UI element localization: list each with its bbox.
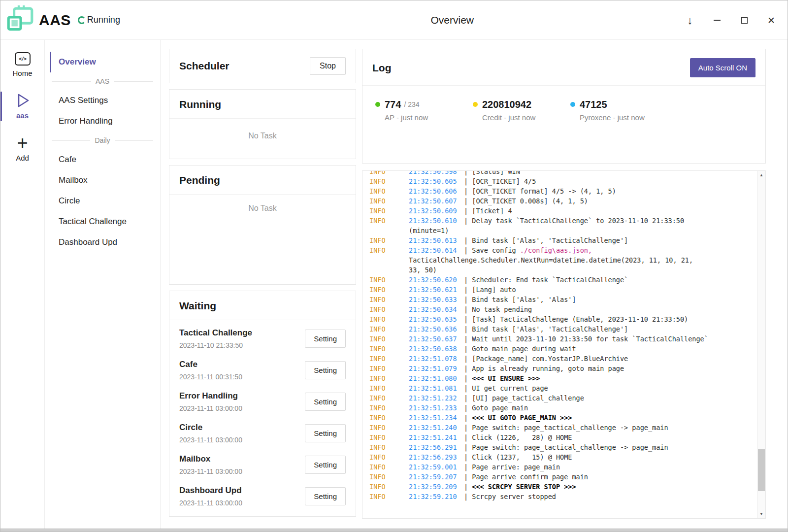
log-line: INFO21:32:50.634| No task pending [369, 304, 755, 314]
task-info: Tactical Challenge2023-11-10 21:33:50 [179, 328, 252, 349]
scheduler-stop-button[interactable]: Stop [310, 57, 346, 75]
auto-scroll-toggle[interactable]: Auto Scroll ON [690, 58, 755, 77]
window-bottom-edge [0, 529, 788, 532]
task-name: Mailbox [179, 454, 242, 464]
task-name: Cafe [179, 359, 242, 369]
log-message: | [OCR_TICKET] 4/5 [464, 176, 536, 186]
log-time: 21:32:59.207 [409, 472, 464, 482]
pending-empty-text: No Task [169, 195, 356, 284]
log-level: INFO [369, 275, 409, 285]
task-name: Dashboard Upd [179, 485, 242, 496]
log-level: INFO [369, 334, 409, 344]
app-name: AAS [39, 12, 71, 29]
log-line: INFO21:32:50.606| [OCR_TICKET format] 4/… [369, 186, 755, 196]
sidebar-item-error-handling[interactable]: Error Handling [50, 111, 155, 132]
task-next-run: 2023-11-11 03:00:00 [179, 467, 242, 475]
log-line: INFO21:32:51.078| [Package_name] com.Yos… [369, 354, 755, 364]
log-message: | [OCR_TICKET 0.008s] (4, 1, 5) [464, 196, 588, 206]
log-line: INFO21:32:50.605| [OCR_TICKET] 4/5 [369, 176, 755, 186]
plus-icon: + [17, 135, 28, 150]
log-time: 21:32:50.609 [409, 206, 464, 216]
log-message: | <<< UI GOTO PAGE_MAIN >>> [464, 413, 572, 423]
log-message: | Wait until 2023-11-10 21:33:50 for tas… [464, 334, 708, 344]
log-line: INFO21:32:51.079| App is already running… [369, 364, 755, 373]
log-line: INFO21:32:51.080| <<< UI ENSURE >>> [369, 373, 755, 383]
log-message: | [Task] TacticalChallenge (Enable, 2023… [464, 314, 688, 324]
log-level: INFO [369, 314, 409, 324]
stat: 47125Pyroxene - just now [570, 99, 668, 122]
log-message: | <<< UI ENSURE >>> [464, 373, 540, 383]
log-level-spacer [369, 255, 409, 265]
minimize-icon [714, 20, 721, 21]
log-time: 21:32:50.613 [409, 235, 464, 245]
log-time: 21:32:50.634 [409, 304, 464, 314]
log-time: 21:32:56.293 [409, 452, 464, 462]
maximize-button[interactable] [739, 14, 750, 26]
main-content: Scheduler Stop Running No Task Pending N… [161, 40, 788, 529]
scroll-down-icon[interactable]: ▼ [757, 510, 766, 518]
stat-dot-icon [570, 102, 575, 107]
sidebar-item-tactical-challenge[interactable]: Tactical Challenge [50, 211, 155, 232]
log-time: 21:32:50.607 [409, 196, 464, 206]
nav-rail-item-add[interactable]: + Add [0, 134, 44, 164]
scrollbar-thumb[interactable] [758, 449, 765, 491]
log-time: 21:32:51.079 [409, 364, 464, 373]
log-level: INFO [369, 354, 409, 364]
log-level: INFO [369, 452, 409, 462]
nav-rail-item-home[interactable]: </> Home [0, 51, 44, 79]
sidebar-item-circle[interactable]: Circle [50, 191, 155, 211]
log-message: TacticalChallenge.Scheduler.NextRun=date… [409, 255, 693, 265]
log-level: INFO [369, 186, 409, 196]
log-scroll-area[interactable]: INFO21:32:50.598| [Status] WININFO21:32:… [362, 171, 757, 518]
sidebar-item-overview[interactable]: Overview [50, 52, 155, 72]
log-time: 21:32:50.598 [409, 171, 464, 176]
running-title: Running [179, 99, 221, 110]
log-line: INFO21:32:50.638| Goto main page during … [369, 344, 755, 354]
log-time: 21:32:50.636 [409, 324, 464, 334]
close-button[interactable]: ✕ [766, 14, 777, 26]
log-message: | Page arrive: page_main [464, 462, 560, 472]
log-scrollbar[interactable]: ▲ ▼ [757, 171, 765, 518]
log-message: | Delay task `TacticalChallenge` to 2023… [464, 216, 684, 226]
log-message: | No task pending [464, 304, 532, 314]
log-level: INFO [369, 245, 409, 255]
log-line: INFO21:32:50.621| [Lang] auto [369, 285, 755, 295]
log-line: INFO21:32:59.207| Page arrive confirm pa… [369, 472, 755, 482]
scroll-up-icon[interactable]: ▲ [757, 171, 766, 179]
sidebar-divider-label: AAS [96, 77, 109, 85]
stat-caption: Credit - just now [482, 113, 570, 122]
log-line-continued: (minute=1) [369, 226, 755, 235]
sidebar-divider-aas: AAS [52, 77, 153, 85]
titlebar: AAS Running Overview ↓ ✕ [0, 0, 788, 40]
log-level: INFO [369, 196, 409, 206]
minimize-button[interactable] [712, 14, 722, 26]
waiting-task-row: Tactical Challenge2023-11-10 21:33:50Set… [169, 323, 356, 354]
task-setting-button[interactable]: Setting [305, 424, 346, 442]
log-line: INFO21:32:56.291| Page switch: page_tact… [369, 442, 755, 452]
running-empty-text: No Task [169, 119, 356, 159]
task-setting-button[interactable]: Setting [305, 393, 346, 411]
log-message: | [UI] page_tactical_challenge [464, 393, 584, 403]
task-setting-button[interactable]: Setting [305, 361, 346, 379]
log-time: 21:32:50.621 [409, 285, 464, 295]
log-level: INFO [369, 373, 409, 383]
log-time: 21:32:51.080 [409, 373, 464, 383]
sidebar-item-dashboard-upd[interactable]: Dashboard Upd [50, 232, 155, 253]
log-level: INFO [369, 344, 409, 354]
stat-value: 220810942 [482, 99, 531, 110]
update-button[interactable]: ↓ [685, 14, 695, 26]
running-status-label: Running [87, 15, 120, 25]
task-setting-button[interactable]: Setting [305, 487, 346, 505]
log-line: INFO21:32:50.633| Bind task ['Alas', 'Al… [369, 295, 755, 304]
task-next-run: 2023-11-11 03:00:00 [179, 499, 242, 507]
task-setting-button[interactable]: Setting [305, 330, 346, 348]
log-level: INFO [369, 462, 409, 472]
log-level: INFO [369, 216, 409, 226]
sidebar-item-aas-settings[interactable]: AAS Settings [50, 90, 155, 111]
sidebar-item-mailbox[interactable]: Mailbox [50, 170, 155, 191]
sidebar-item-cafe[interactable]: Cafe [50, 149, 155, 170]
log-level: INFO [369, 393, 409, 403]
waiting-list: Tactical Challenge2023-11-10 21:33:50Set… [169, 320, 356, 516]
task-setting-button[interactable]: Setting [305, 456, 346, 474]
nav-rail-item-aas[interactable]: aas [0, 92, 44, 121]
